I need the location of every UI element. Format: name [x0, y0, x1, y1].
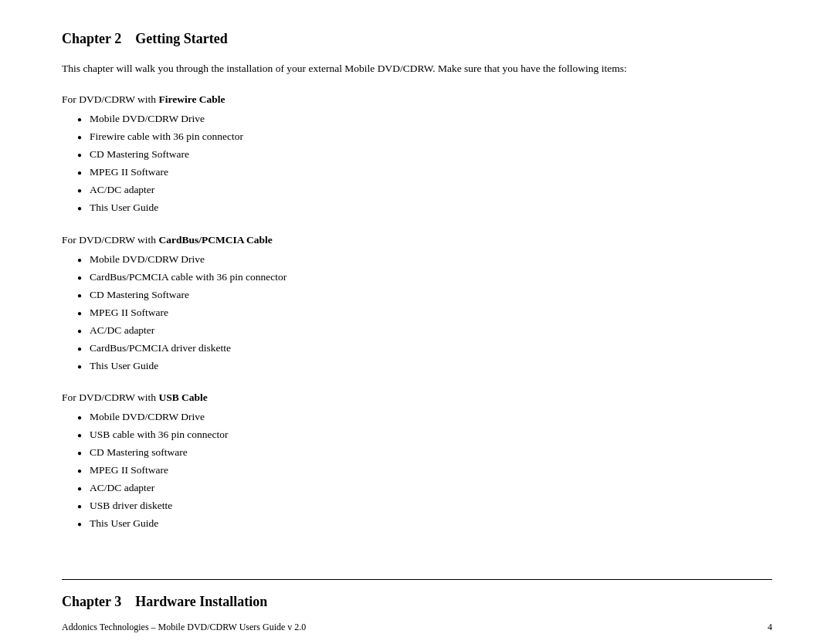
list-item: USB cable with 36 pin connector	[77, 426, 772, 444]
usb-label-prefix: For DVD/CDRW with	[62, 391, 158, 403]
cardbus-label-prefix: For DVD/CDRW with	[62, 234, 158, 246]
list-item: Mobile DVD/CDRW Drive	[77, 408, 772, 426]
list-item: AC/DC adapter	[77, 181, 772, 199]
list-item: CardBus/PCMCIA cable with 36 pin connect…	[77, 269, 772, 286]
intro-text: This chapter will walk you through the i…	[62, 61, 772, 76]
chapter2-title: Getting Started	[135, 31, 227, 46]
list-item: CD Mastering software	[77, 444, 772, 462]
list-item: MPEG II Software	[77, 164, 772, 181]
chapter2-label: Chapter 2	[62, 31, 121, 46]
chapter2-heading: Chapter 2 Getting Started	[62, 31, 772, 47]
chapter3-title: Hardware Installation	[135, 594, 267, 609]
list-item: AC/DC adapter	[77, 480, 772, 497]
firewire-label: For DVD/CDRW with Firewire Cable	[62, 93, 772, 106]
list-item: This User Guide	[77, 199, 772, 217]
list-item: CardBus/PCMCIA driver diskette	[77, 340, 772, 358]
footer-page-number: 4	[768, 622, 772, 633]
list-item: CD Mastering Software	[77, 146, 772, 164]
firewire-section: For DVD/CDRW with Firewire Cable Mobile …	[62, 93, 772, 217]
list-item: Mobile DVD/CDRW Drive	[77, 110, 772, 128]
footer-left: Addonics Technologies – Mobile DVD/CDRW …	[62, 622, 306, 633]
firewire-list: Mobile DVD/CDRW Drive Firewire cable wit…	[62, 110, 772, 217]
usb-list: Mobile DVD/CDRW Drive USB cable with 36 …	[62, 408, 772, 533]
cardbus-label: For DVD/CDRW with CardBus/PCMCIA Cable	[62, 234, 772, 246]
list-item: This User Guide	[77, 358, 772, 375]
cardbus-list: Mobile DVD/CDRW Drive CardBus/PCMCIA cab…	[62, 251, 772, 375]
list-item: USB driver diskette	[77, 497, 772, 515]
list-item: Firewire cable with 36 pin connector	[77, 128, 772, 146]
firewire-label-prefix: For DVD/CDRW with	[62, 93, 158, 105]
page: Chapter 2 Getting Started This chapter w…	[0, 0, 834, 644]
usb-label: For DVD/CDRW with USB Cable	[62, 391, 772, 404]
list-item: MPEG II Software	[77, 462, 772, 480]
footer: Addonics Technologies – Mobile DVD/CDRW …	[62, 622, 772, 633]
cardbus-section: For DVD/CDRW with CardBus/PCMCIA Cable M…	[62, 234, 772, 375]
usb-label-bold: USB Cable	[158, 391, 207, 403]
list-item: Mobile DVD/CDRW Drive	[77, 251, 772, 269]
usb-section: For DVD/CDRW with USB Cable Mobile DVD/C…	[62, 391, 772, 533]
list-item: MPEG II Software	[77, 304, 772, 322]
list-item: AC/DC adapter	[77, 322, 772, 340]
chapter3-heading: Chapter 3 Hardware Installation	[62, 579, 772, 610]
cardbus-label-bold: CardBus/PCMCIA Cable	[158, 234, 272, 246]
chapter3-label: Chapter 3	[62, 594, 121, 609]
list-item: CD Mastering Software	[77, 286, 772, 304]
firewire-label-bold: Firewire Cable	[158, 93, 225, 105]
list-item: This User Guide	[77, 515, 772, 533]
